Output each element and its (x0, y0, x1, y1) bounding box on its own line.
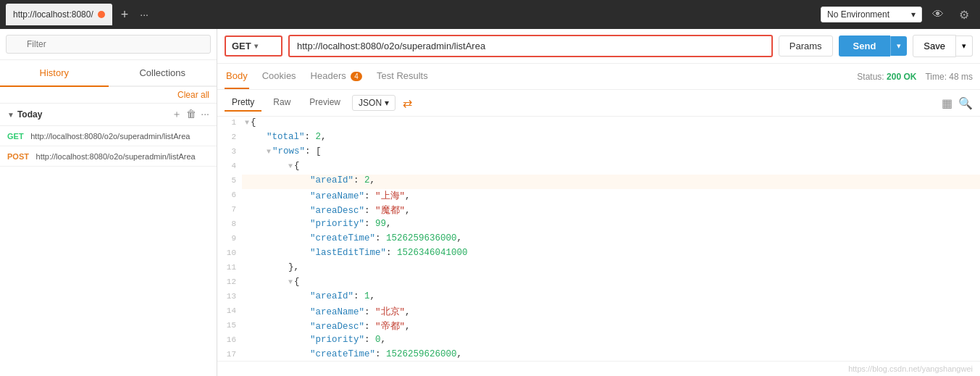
history-list: GET http://localhost:8080/o2o/superadmin… (0, 126, 217, 376)
line-content: "createTime": 1526259626000, (242, 348, 980, 361)
line-number: 5 (217, 175, 242, 189)
fmt-tab-pretty[interactable]: Pretty (225, 94, 261, 112)
status-value: 200 OK (887, 72, 916, 82)
more-icon[interactable]: ··· (201, 108, 209, 121)
line-content: "priority": 99, (242, 218, 980, 233)
add-tab-button[interactable]: + (117, 7, 133, 22)
line-content: "createTime": 1526259636000, (242, 233, 980, 247)
browser-tab[interactable]: http://localhost:8080/ (6, 4, 112, 25)
tab-history[interactable]: History (0, 60, 109, 85)
add-icon[interactable]: ＋ (172, 108, 182, 121)
wrap-icon[interactable]: ⇄ (403, 96, 412, 110)
top-bar: http://localhost:8080/ + ··· No Environm… (0, 0, 980, 29)
tab-collections[interactable]: Collections (109, 60, 217, 85)
code-line-12: 12 ▼{ (217, 276, 980, 291)
line-number: 16 (217, 334, 242, 348)
params-button[interactable]: Params (779, 35, 833, 57)
code-line-15: 15 "areaDesc": "帝都", (217, 319, 980, 334)
line-content: ▼{ (242, 117, 980, 131)
copy-icon[interactable]: ▦ (942, 96, 952, 110)
format-bar: Pretty Raw Preview JSON ▾ ⇄ ▦ 🔍 (217, 90, 980, 117)
code-line-9: 9 "createTime": 1526259636000, (217, 233, 980, 247)
method-selector[interactable]: GET ▾ (225, 35, 282, 57)
send-dropdown-button[interactable]: ▾ (890, 36, 907, 56)
line-content: ▼{ (242, 276, 980, 291)
gear-icon[interactable]: ⚙ (954, 4, 974, 25)
time-value: 48 ms (949, 72, 973, 82)
sidebar-today-header: ▼ Today ＋ 🗑 ··· (0, 104, 217, 126)
tab-url-label: http://localhost:8080/ (13, 9, 93, 20)
list-item[interactable]: GET http://localhost:8080/o2o/superadmin… (0, 126, 217, 146)
method-chevron-icon: ▾ (254, 42, 258, 50)
line-content: ▼"rows": [ (242, 146, 980, 160)
url-input[interactable] (288, 35, 773, 57)
env-section: No Environment ▾ 👁 ⚙ (821, 4, 974, 25)
code-line-11: 11 }, (217, 262, 980, 276)
method-value: GET (232, 41, 251, 51)
line-number: 15 (217, 319, 242, 334)
more-tabs-button[interactable]: ··· (137, 9, 151, 20)
method-label: GET (7, 132, 24, 141)
send-button[interactable]: Send (839, 35, 891, 57)
response-body: Pretty Raw Preview JSON ▾ ⇄ ▦ 🔍 (217, 90, 980, 376)
line-content: }, (242, 262, 980, 276)
code-line-13: 13 "areaId": 1, (217, 291, 980, 305)
code-line-1: 1 ▼{ (217, 117, 980, 131)
line-number: 4 (217, 160, 242, 175)
code-line-17: 17 "createTime": 1526259626000, (217, 348, 980, 361)
line-number: 10 (217, 247, 242, 262)
sidebar-tabs: History Collections (0, 60, 217, 87)
line-content: "lastEditTime": 1526346041000 (242, 247, 980, 262)
tab-headers[interactable]: Headers 4 (309, 64, 364, 89)
line-number: 1 (217, 117, 242, 131)
time-label: Time: 48 ms (925, 72, 973, 82)
line-number: 11 (217, 262, 242, 276)
fmt-tab-raw[interactable]: Raw (266, 94, 298, 112)
save-button-group: Save ▾ (913, 35, 973, 57)
format-actions: ▦ 🔍 (942, 96, 973, 110)
tab-dot (98, 11, 105, 18)
history-url: http://localhost:8080/o2o/superadmin/lis… (36, 152, 196, 161)
format-chevron-icon: ▾ (385, 98, 389, 108)
line-number: 14 (217, 305, 242, 319)
list-item[interactable]: POST http://localhost:8080/o2o/superadmi… (0, 146, 217, 167)
sidebar-filter-area: 🔍 (0, 29, 217, 60)
tab-test-results[interactable]: Test Results (375, 64, 430, 89)
send-button-group: Send ▾ (839, 35, 908, 57)
search-icon[interactable]: 🔍 (958, 96, 973, 110)
main-area: 🔍 History Collections Clear all ▼ Today … (0, 29, 980, 376)
save-dropdown-button[interactable]: ▾ (956, 35, 973, 57)
line-content: "total": 2, (242, 131, 980, 146)
save-button[interactable]: Save (913, 35, 956, 57)
line-number: 3 (217, 146, 242, 160)
filter-input[interactable] (6, 35, 211, 54)
environment-select[interactable]: No Environment ▾ (821, 7, 922, 22)
filter-wrap: 🔍 (6, 35, 211, 54)
line-number: 9 (217, 233, 242, 247)
code-editor[interactable]: 1 ▼{ 2 "total": 2, 3 ▼"rows": [ 4 (217, 117, 980, 361)
line-number: 2 (217, 131, 242, 146)
today-label: ▼ Today (7, 109, 42, 120)
line-content: "areaId": 1, (242, 291, 980, 305)
line-content: "areaDesc": "魔都", (242, 204, 980, 218)
line-number: 7 (217, 204, 242, 218)
collapse-icon[interactable]: ▼ (7, 111, 14, 119)
tab-cookies[interactable]: Cookies (261, 64, 298, 89)
eye-icon[interactable]: 👁 (928, 4, 948, 25)
sidebar-action-icons: ＋ 🗑 ··· (172, 108, 209, 121)
format-select[interactable]: JSON ▾ (352, 95, 395, 111)
tab-body[interactable]: Body (225, 64, 249, 89)
line-number: 17 (217, 348, 242, 361)
clear-all-button[interactable]: Clear all (0, 87, 217, 104)
code-line-7: 7 "areaDesc": "魔都", (217, 204, 980, 218)
sidebar: 🔍 History Collections Clear all ▼ Today … (0, 29, 217, 376)
line-number: 13 (217, 291, 242, 305)
fmt-tab-preview[interactable]: Preview (302, 94, 348, 112)
method-label: POST (7, 152, 29, 161)
code-line-6: 6 "areaName": "上海", (217, 189, 980, 204)
line-content: "areaName": "北京", (242, 305, 980, 319)
line-content: "areaId": 2, (242, 175, 980, 189)
line-content: "areaName": "上海", (242, 189, 980, 204)
delete-icon[interactable]: 🗑 (186, 108, 196, 121)
code-line-16: 16 "priority": 0, (217, 334, 980, 348)
